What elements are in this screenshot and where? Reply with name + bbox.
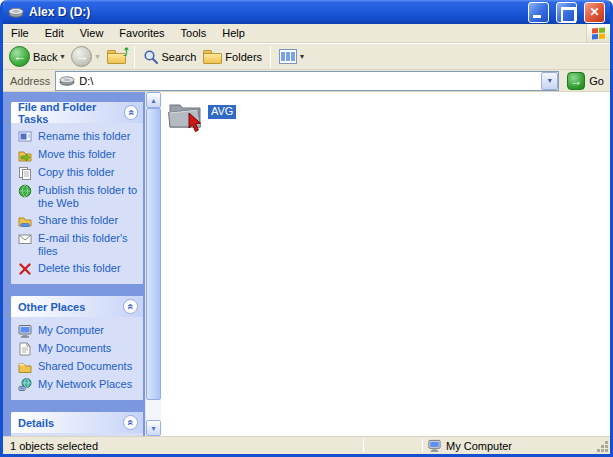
task-label: E-mail this folder's files xyxy=(38,232,139,258)
collapse-chevron-icon[interactable] xyxy=(123,299,138,314)
folders-label: Folders xyxy=(225,51,262,63)
content-area: File and Folder Tasks Rename this folder xyxy=(3,92,610,436)
collapse-chevron-icon[interactable] xyxy=(123,415,138,430)
folders-icon xyxy=(203,50,222,64)
drive-icon xyxy=(59,75,75,86)
back-arrow-icon: ← xyxy=(9,46,30,67)
task-pane: File and Folder Tasks Rename this folder xyxy=(3,92,145,436)
toolbar-separator xyxy=(270,46,271,68)
link-label: My Computer xyxy=(38,324,104,337)
drive-icon xyxy=(8,6,24,18)
share-folder-icon xyxy=(18,214,32,228)
address-combo[interactable]: D:\ ▾ xyxy=(55,71,559,91)
forward-dropdown-icon: ▾ xyxy=(95,52,99,61)
status-bar: 1 objects selected My Computer xyxy=(3,436,610,454)
scrollbar-thumb[interactable] xyxy=(146,108,161,400)
go-label: Go xyxy=(589,75,604,87)
task-publish-folder[interactable]: Publish this folder to the Web xyxy=(18,184,139,210)
link-label: My Documents xyxy=(38,342,111,355)
back-button[interactable]: ← Back ▾ xyxy=(7,46,66,67)
close-button[interactable] xyxy=(584,2,605,23)
title-bar[interactable]: Alex D (D:) xyxy=(3,0,610,24)
views-button[interactable]: ▾ xyxy=(277,49,306,64)
toolbar-separator xyxy=(134,46,135,68)
scroll-down-icon[interactable]: ▾ xyxy=(146,420,161,436)
scroll-up-icon[interactable]: ▴ xyxy=(146,92,161,108)
menu-bar: File Edit View Favorites Tools Help xyxy=(3,24,610,43)
task-rename-folder[interactable]: Rename this folder xyxy=(18,130,139,144)
task-label: Copy this folder xyxy=(38,166,114,179)
menu-file[interactable]: File xyxy=(3,24,37,42)
menu-favorites[interactable]: Favorites xyxy=(111,24,172,42)
my-computer-icon xyxy=(428,439,441,452)
file-and-folder-tasks-header[interactable]: File and Folder Tasks xyxy=(11,102,143,123)
task-delete-folder[interactable]: Delete this folder xyxy=(18,262,139,276)
scrollbar-track[interactable] xyxy=(146,400,161,420)
forward-arrow-icon: → xyxy=(71,46,92,67)
up-folder-icon: ⤴ xyxy=(107,50,126,64)
task-label: Publish this folder to the Web xyxy=(38,184,139,210)
views-dropdown-icon[interactable]: ▾ xyxy=(300,52,304,61)
link-my-documents[interactable]: My Documents xyxy=(18,342,139,356)
other-places-body: My Computer My Documents xyxy=(11,317,143,400)
minimize-button[interactable] xyxy=(528,2,549,23)
file-label[interactable]: AVG xyxy=(208,105,236,119)
file-and-folder-tasks-body: Rename this folder Move this folder xyxy=(11,123,143,284)
status-selection-text: 1 objects selected xyxy=(3,437,363,454)
link-label: Shared Documents xyxy=(38,360,132,373)
panel-title: Details xyxy=(18,417,54,429)
windows-logo-icon xyxy=(586,24,610,42)
task-share-folder[interactable]: Share this folder xyxy=(18,214,139,228)
my-documents-icon xyxy=(18,342,32,356)
search-button[interactable]: Search xyxy=(141,49,199,65)
folders-button[interactable]: Folders xyxy=(201,50,264,64)
resize-grip[interactable] xyxy=(595,437,610,454)
publish-web-icon xyxy=(18,184,32,198)
address-input[interactable]: D:\ xyxy=(79,75,537,87)
vertical-scrollbar[interactable]: ▴ ▾ xyxy=(145,92,161,436)
email-icon xyxy=(18,232,32,246)
search-icon xyxy=(143,49,159,65)
status-location-label: My Computer xyxy=(446,440,512,452)
task-move-folder[interactable]: Move this folder xyxy=(18,148,139,162)
task-label: Share this folder xyxy=(38,214,118,227)
go-arrow-icon: → xyxy=(567,72,585,90)
task-email-files[interactable]: E-mail this folder's files xyxy=(18,232,139,258)
menu-view[interactable]: View xyxy=(72,24,112,42)
link-my-network-places[interactable]: My Network Places xyxy=(18,378,139,392)
menu-tools[interactable]: Tools xyxy=(173,24,215,42)
delete-icon xyxy=(18,262,32,276)
network-places-icon xyxy=(18,378,32,392)
menu-edit[interactable]: Edit xyxy=(37,24,72,42)
back-dropdown-icon[interactable]: ▾ xyxy=(60,52,64,61)
back-label: Back xyxy=(33,51,57,63)
details-header[interactable]: Details xyxy=(11,412,143,433)
panel-title: Other Places xyxy=(18,301,85,313)
collapse-chevron-icon[interactable] xyxy=(124,105,138,120)
status-empty-pane xyxy=(364,437,422,454)
up-button[interactable]: ⤴ xyxy=(105,50,128,64)
address-bar: Address D:\ ▾ → Go xyxy=(3,70,610,92)
link-shared-documents[interactable]: Shared Documents xyxy=(18,360,139,374)
go-button[interactable]: → Go xyxy=(564,72,607,90)
link-my-computer[interactable]: My Computer xyxy=(18,324,139,338)
file-list-area[interactable]: AVG xyxy=(161,92,610,436)
task-label: Delete this folder xyxy=(38,262,121,275)
task-label: Move this folder xyxy=(38,148,116,161)
views-icon xyxy=(279,49,297,64)
task-copy-folder[interactable]: Copy this folder xyxy=(18,166,139,180)
file-item-avg[interactable]: AVG xyxy=(167,100,257,130)
menu-help[interactable]: Help xyxy=(214,24,253,42)
address-dropdown-icon[interactable]: ▾ xyxy=(541,72,558,90)
file-and-folder-tasks-panel: File and Folder Tasks Rename this folder xyxy=(11,102,143,284)
status-location-pane: My Computer xyxy=(423,437,595,454)
explorer-window: Alex D (D:) File Edit View Favorites Too… xyxy=(0,0,613,457)
other-places-panel: Other Places My Computer xyxy=(11,296,143,400)
address-label: Address xyxy=(10,75,50,87)
toolbar: ← Back ▾ → ▾ ⤴ Search Folders xyxy=(3,43,610,70)
folder-icon xyxy=(167,100,203,130)
my-computer-icon xyxy=(18,324,32,338)
other-places-header[interactable]: Other Places xyxy=(11,296,143,317)
forward-button[interactable]: → ▾ xyxy=(69,46,101,67)
maximize-button[interactable] xyxy=(556,2,577,23)
